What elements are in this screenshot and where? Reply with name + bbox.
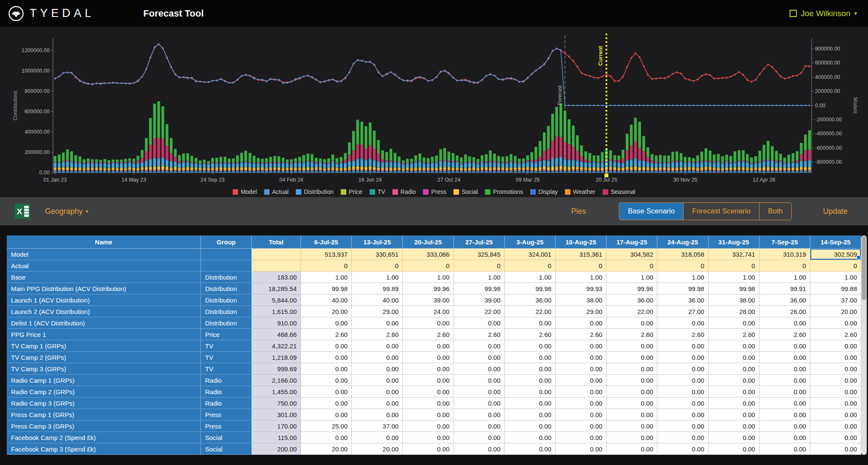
value-cell[interactable]: 0.00 bbox=[709, 420, 760, 432]
value-cell[interactable]: 20.00 bbox=[352, 443, 403, 455]
value-cell[interactable]: 2.60 bbox=[403, 329, 453, 340]
pies-button[interactable]: Pies bbox=[568, 207, 588, 216]
value-cell[interactable]: 330,651 bbox=[352, 249, 403, 260]
value-cell[interactable]: 0.00 bbox=[505, 409, 556, 420]
value-cell[interactable]: 0.00 bbox=[505, 443, 556, 455]
value-cell[interactable]: 99.98 bbox=[505, 283, 556, 294]
value-cell[interactable]: 38.00 bbox=[709, 294, 760, 306]
value-cell[interactable]: 0.00 bbox=[505, 340, 556, 352]
value-cell[interactable]: 36.00 bbox=[760, 294, 810, 306]
value-cell[interactable]: 0 bbox=[505, 260, 556, 272]
value-cell[interactable]: 0.00 bbox=[709, 432, 760, 443]
value-cell[interactable]: 0.00 bbox=[505, 363, 556, 375]
value-cell[interactable]: 99.93 bbox=[556, 283, 606, 294]
value-cell[interactable]: 27.00 bbox=[657, 306, 708, 317]
value-cell[interactable]: 315,361 bbox=[556, 249, 606, 260]
value-cell[interactable]: 0.00 bbox=[760, 443, 810, 455]
value-cell[interactable]: 20.00 bbox=[301, 443, 352, 455]
value-cell[interactable]: 0.00 bbox=[505, 420, 556, 432]
value-cell[interactable]: 22.00 bbox=[606, 306, 657, 317]
value-cell[interactable]: 0.00 bbox=[352, 409, 403, 420]
value-cell[interactable]: 332,741 bbox=[709, 249, 760, 260]
value-cell[interactable]: 0.00 bbox=[709, 398, 760, 409]
value-cell[interactable]: 99.89 bbox=[352, 283, 403, 294]
value-cell[interactable]: 0.00 bbox=[403, 352, 453, 363]
value-cell[interactable]: 0.00 bbox=[505, 317, 556, 329]
value-cell[interactable]: 0.00 bbox=[352, 375, 403, 386]
value-cell[interactable]: 0.00 bbox=[606, 398, 657, 409]
scenario-button-both[interactable]: Both bbox=[759, 203, 791, 220]
value-cell[interactable]: 0 bbox=[760, 260, 810, 272]
value-cell[interactable]: 0.00 bbox=[454, 363, 505, 375]
value-cell[interactable]: 0.00 bbox=[760, 363, 810, 375]
value-cell[interactable]: 0 bbox=[606, 260, 657, 272]
value-cell[interactable]: 0.00 bbox=[556, 420, 606, 432]
geography-dropdown[interactable]: Geography ▾ bbox=[45, 207, 88, 216]
value-cell[interactable]: 0.00 bbox=[403, 363, 453, 375]
table-scrollbar[interactable] bbox=[861, 235, 867, 455]
value-cell[interactable]: 0.00 bbox=[454, 375, 505, 386]
value-cell[interactable]: 0.00 bbox=[760, 432, 810, 443]
value-cell[interactable]: 0.00 bbox=[657, 375, 708, 386]
value-cell[interactable]: 99.98 bbox=[709, 283, 760, 294]
value-cell[interactable]: 324,001 bbox=[505, 249, 556, 260]
value-cell[interactable]: 20.00 bbox=[301, 306, 352, 317]
value-cell[interactable]: 0.00 bbox=[760, 398, 810, 409]
value-cell[interactable]: 1.00 bbox=[301, 272, 352, 283]
value-cell[interactable]: 0 bbox=[556, 260, 606, 272]
value-cell[interactable]: 0.00 bbox=[454, 432, 505, 443]
value-cell[interactable]: 0.00 bbox=[352, 386, 403, 398]
value-cell[interactable]: 99.98 bbox=[301, 283, 352, 294]
value-cell[interactable]: 0.00 bbox=[352, 340, 403, 352]
user-menu[interactable]: Joe Wilkinson ▾ bbox=[790, 9, 857, 18]
value-cell[interactable]: 2.60 bbox=[454, 329, 505, 340]
value-cell[interactable]: 0.00 bbox=[606, 443, 657, 455]
value-cell[interactable]: 0.00 bbox=[556, 409, 606, 420]
value-cell[interactable]: 99.96 bbox=[403, 283, 453, 294]
value-cell[interactable]: 513,937 bbox=[301, 249, 352, 260]
value-cell[interactable]: 99.96 bbox=[606, 283, 657, 294]
value-cell[interactable]: 0.00 bbox=[403, 340, 453, 352]
value-cell[interactable]: 333,066 bbox=[403, 249, 453, 260]
value-cell[interactable]: 0.00 bbox=[606, 340, 657, 352]
value-cell[interactable]: 0.00 bbox=[810, 420, 861, 432]
value-cell[interactable]: 1.00 bbox=[556, 272, 606, 283]
value-cell[interactable]: 2.60 bbox=[657, 329, 708, 340]
value-cell[interactable]: 0 bbox=[810, 260, 861, 272]
value-cell[interactable]: 1.00 bbox=[810, 272, 861, 283]
value-cell[interactable]: 0.00 bbox=[301, 409, 352, 420]
value-cell[interactable]: 0.00 bbox=[657, 386, 708, 398]
value-cell[interactable]: 0.00 bbox=[301, 352, 352, 363]
value-cell[interactable]: 2.60 bbox=[606, 329, 657, 340]
value-cell[interactable]: 0.00 bbox=[810, 363, 861, 375]
value-cell[interactable]: 0.00 bbox=[657, 363, 708, 375]
value-cell[interactable]: 0.00 bbox=[556, 375, 606, 386]
value-cell[interactable]: 0.00 bbox=[657, 398, 708, 409]
value-cell[interactable]: 29.00 bbox=[556, 306, 606, 317]
value-cell[interactable]: 304,582 bbox=[606, 249, 657, 260]
value-cell[interactable]: 2.60 bbox=[301, 329, 352, 340]
value-cell[interactable]: 0.00 bbox=[606, 317, 657, 329]
value-cell[interactable]: 0.00 bbox=[709, 443, 760, 455]
value-cell[interactable]: 0.00 bbox=[810, 386, 861, 398]
value-cell[interactable]: 0.00 bbox=[657, 352, 708, 363]
value-cell[interactable]: 0.00 bbox=[606, 432, 657, 443]
value-cell[interactable]: 99.98 bbox=[657, 283, 708, 294]
value-cell[interactable]: 0.00 bbox=[606, 420, 657, 432]
value-cell[interactable]: 2.60 bbox=[352, 329, 403, 340]
value-cell[interactable]: 22.00 bbox=[454, 306, 505, 317]
value-cell[interactable]: 0.00 bbox=[760, 317, 810, 329]
value-cell[interactable]: 0.00 bbox=[352, 432, 403, 443]
value-cell[interactable]: 0 bbox=[301, 260, 352, 272]
value-cell[interactable]: 0.00 bbox=[403, 420, 453, 432]
value-cell[interactable]: 0.00 bbox=[709, 363, 760, 375]
value-cell[interactable]: 0.00 bbox=[657, 443, 708, 455]
value-cell[interactable]: 0.00 bbox=[454, 317, 505, 329]
value-cell[interactable]: 0.00 bbox=[454, 443, 505, 455]
value-cell[interactable]: 0.00 bbox=[810, 432, 861, 443]
value-cell[interactable]: 0.00 bbox=[657, 409, 708, 420]
value-cell[interactable]: 0.00 bbox=[709, 409, 760, 420]
value-cell[interactable]: 0.00 bbox=[556, 432, 606, 443]
value-cell[interactable]: 0.00 bbox=[505, 375, 556, 386]
value-cell[interactable]: 0 bbox=[709, 260, 760, 272]
